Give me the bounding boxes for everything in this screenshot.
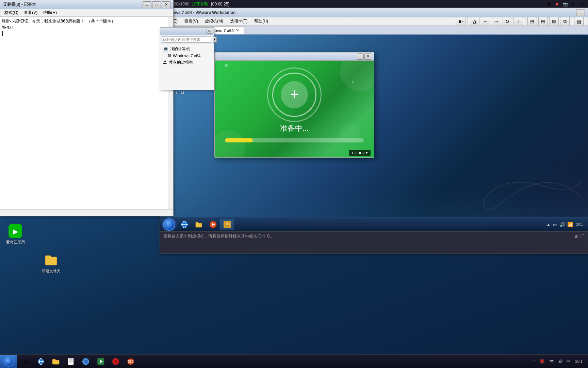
rec-pause-button[interactable]: ⏸ — [545, 1, 552, 7]
host-tray-show-desktop[interactable]: ^ — [532, 359, 537, 364]
host-taskbar-game[interactable] — [94, 356, 108, 367]
nav-tree-item-win7[interactable]: 🖥 Windows 7 x64 — [162, 52, 213, 59]
vm-screen-area: 回收站 inst (1) — [160, 35, 588, 231]
vm-status-icon-screen: 🖥 — [574, 234, 578, 239]
host-tray-language[interactable]: 中 — [565, 358, 571, 365]
win7-start-button[interactable] — [161, 218, 177, 231]
notepad-statusbar — [0, 209, 173, 216]
host-ie-icon — [37, 357, 45, 366]
host-icon-iqiyi[interactable]: ▶ 爱奇艺应用 — [3, 223, 27, 245]
win7-tray-sound-icon: 🔊 — [559, 221, 566, 228]
nav-panel-close-button[interactable]: ✕ — [207, 29, 212, 34]
notepad-window: 无标题(3) - 记事本 — □ ✕ 格式(O) 查看(V) 帮助(H) 嗨滑小… — [0, 0, 174, 216]
host-taskbar-record[interactable] — [109, 356, 122, 367]
host-icon-folder[interactable]: 新建文件夹 — [39, 252, 63, 274]
vmware-menu-tabs[interactable]: 选项卡(T) — [227, 18, 250, 25]
notepad-close-button[interactable]: ✕ — [162, 1, 170, 8]
win7-taskbar-360[interactable] — [220, 219, 234, 230]
notepad-line2: MEMZ! — [2, 25, 172, 31]
win7-taskbar-ie[interactable] — [178, 219, 191, 230]
win7-taskbar-folder[interactable] — [192, 219, 206, 230]
win7-desktop: 回收站 inst (1) — [160, 35, 588, 231]
vmware-menubar: 编辑(E) 查看(V) 虚拟机(M) 选项卡(T) 帮助(H) ⏸▾ 🖨 ← →… — [160, 17, 588, 26]
notepad-content-area[interactable]: 嗨滑小裾MEMZ，今天，我来测试360所有版！ （共？个版本） MEMZ! — [0, 17, 173, 209]
vmware-minimize-button[interactable]: — — [576, 9, 585, 16]
host-clock-time: 20:1 — [575, 359, 583, 364]
win7-taskbar-media[interactable] — [206, 219, 220, 230]
vm-tab-win7-close[interactable]: ✕ — [236, 28, 239, 33]
notepad-title: 无标题(3) - 记事本 — [3, 2, 143, 7]
host-taskbar-notepad[interactable] — [64, 356, 78, 367]
rec-camera-button[interactable]: 📷 — [562, 1, 569, 7]
win7-tray-up-arrow[interactable]: ▲ — [545, 221, 552, 228]
vm-status-icons: 🖥 ⛶ — [574, 234, 584, 239]
vmware-controls: — — [576, 9, 585, 16]
vmware-toolbar-print[interactable]: 🖨 — [470, 17, 479, 26]
svg-point-39 — [540, 359, 544, 363]
win7-tray-screen-icon: ▭ — [552, 221, 558, 228]
host-taskbar-browser[interactable] — [79, 356, 93, 367]
vmware-toolbar-refresh[interactable]: ↻ — [503, 17, 512, 26]
notepad-maximize-button[interactable]: □ — [152, 1, 161, 8]
rec-annotate-button[interactable]: ✏ — [570, 1, 577, 7]
notepad-menu-help[interactable]: 帮助(H) — [40, 9, 60, 16]
nav-tree-item-shared[interactable]: 🖧 共享的虚拟机 — [162, 59, 213, 66]
deco-circle-2 — [215, 130, 245, 157]
vmware-toolbar-split4[interactable]: ⧉ — [560, 17, 570, 26]
vmware-window: ☰ 1920x1080 正在录制 [00:00:25] ⏸ ⏹ 📷 ✏ ✕ Wi… — [160, 0, 588, 254]
rec-stop-button[interactable]: ⏹ — [554, 1, 560, 7]
vmware-toolbar-back[interactable]: ← — [481, 17, 490, 26]
notepad-menu-view[interactable]: 查看(V) — [21, 9, 40, 16]
installer-progress-container — [225, 138, 364, 142]
svg-text:360: 360 — [128, 360, 134, 364]
vm-language-indicator: CH ■ ? ▾ — [349, 150, 371, 156]
vmware-toolbar-fwd[interactable]: → — [492, 17, 501, 26]
lang-icon: ■ — [359, 151, 361, 155]
host-system-tray: ^ 🔊 中 20:1 — [529, 355, 588, 368]
svg-text:▶: ▶ — [13, 228, 18, 235]
vmware-toolbar-console[interactable]: ▤ — [574, 17, 584, 26]
vmware-toolbar-split[interactable]: ⊟ — [527, 17, 537, 26]
host-tray-sound[interactable]: 🔊 — [557, 359, 564, 364]
notepad-minimize-button[interactable]: — — [143, 1, 151, 8]
installer-close-button[interactable]: — — [357, 53, 364, 60]
deco-dot-2 — [352, 81, 354, 83]
installer-close-x-button[interactable]: ✕ — [364, 53, 371, 60]
vmware-toolbar-split3[interactable]: ⊠ — [549, 17, 559, 26]
vmware-menu-view[interactable]: 查看(V) — [182, 18, 201, 25]
installer-status-text: 准备中... — [215, 123, 374, 134]
vmware-toolbar-pause[interactable]: ⏸▾ — [456, 17, 466, 26]
host-taskbar-shield[interactable]: 360 — [124, 356, 137, 367]
vmware-menu-vm[interactable]: 虚拟机(M) — [202, 18, 226, 25]
vmware-toolbar-up[interactable]: ↑ — [513, 17, 523, 26]
vm-status-icon-fullscreen[interactable]: ⛶ — [580, 234, 584, 239]
host-taskbar: ⊞ — [0, 354, 588, 368]
host-record-icon — [112, 357, 120, 366]
svg-point-36 — [114, 359, 118, 364]
svg-rect-22 — [68, 358, 74, 365]
nav-panel: ✕ ▼ 💻 我的计算机 🖥 Windows 7 x64 🖧 共享的虚拟机 — [160, 27, 214, 90]
lang-help: ? — [362, 151, 364, 155]
vm-tabs: 🏠 主页 ✕ 🖥 Windows 7 x64 ✕ — [160, 26, 588, 35]
host-tray-network[interactable] — [548, 358, 556, 365]
nav-search-input[interactable] — [162, 36, 211, 43]
host-folder-icon — [52, 357, 60, 366]
rec-close-button[interactable]: ✕ — [578, 1, 585, 7]
host-taskbar-taskview[interactable]: ⊞ — [19, 356, 33, 367]
host-taskbar-ie[interactable] — [34, 356, 48, 367]
nav-search-button[interactable]: ▼ — [213, 36, 217, 43]
nav-search-bar: ▼ — [160, 35, 214, 44]
nav-tree-item-my-computer[interactable]: 💻 我的计算机 — [162, 45, 213, 52]
recording-bar: ☰ 1920x1080 正在录制 [00:00:25] ⏸ ⏹ 📷 ✏ ✕ — [160, 0, 588, 8]
vmware-menu-help[interactable]: 帮助(H) — [251, 18, 271, 25]
notepad-titlebar: 无标题(3) - 记事本 — □ ✕ — [0, 0, 173, 9]
host-taskbar-folder[interactable] — [49, 356, 63, 367]
vmware-toolbar-split2[interactable]: ⊞ — [538, 17, 548, 26]
vm-viewport[interactable]: 回收站 inst (1) — [160, 35, 588, 231]
notepad-menu-format[interactable]: 格式(O) — [2, 9, 21, 16]
toolbar-sep-2 — [525, 17, 525, 25]
notepad-cursor — [2, 31, 3, 36]
win7-orb — [163, 218, 175, 231]
host-start-button[interactable] — [0, 355, 17, 368]
nav-tree-label-win7: Windows 7 x64 — [173, 53, 200, 58]
